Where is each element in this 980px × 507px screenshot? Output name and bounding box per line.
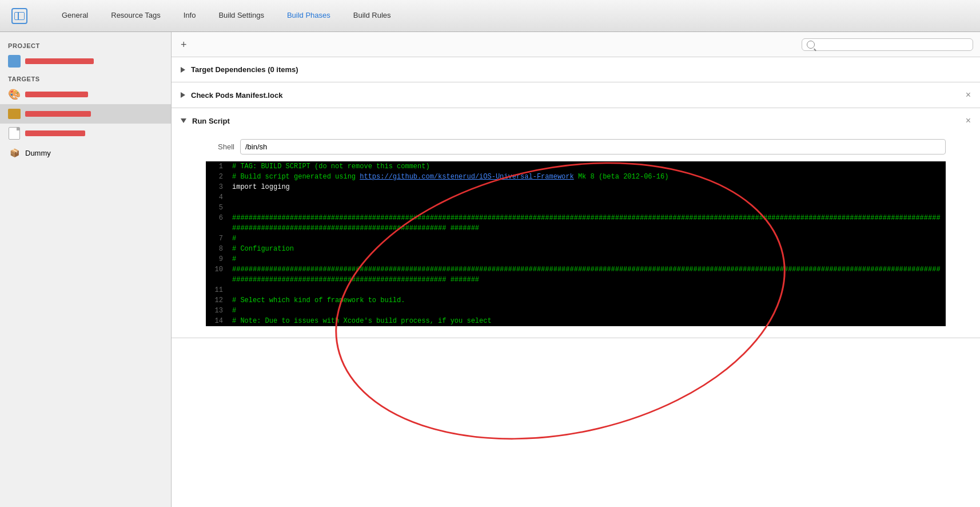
line-content-3: import logging — [229, 182, 946, 192]
line-num-12: 12 — [206, 295, 229, 306]
sidebar-item-target-dummy[interactable]: 📦 Dummy — [0, 143, 171, 163]
code-line-12: 12 # Select which kind of framework to b… — [206, 295, 946, 306]
main-layout: PROJECT TARGETS 🎨 — [0, 32, 980, 507]
phases-content: Target Dependencies (0 items) Check Pods… — [172, 57, 980, 507]
content-area: + Target Dependencies (0 items) — [172, 32, 980, 507]
code-line-4: 4 — [206, 192, 946, 203]
tab-info[interactable]: Info — [184, 9, 196, 23]
target-app-icon: 🎨 — [8, 88, 21, 101]
project-section-header: PROJECT — [0, 38, 171, 52]
line-num-7: 7 — [206, 233, 229, 244]
line-num-4: 4 — [206, 192, 229, 203]
line-num-14: 14 — [206, 316, 229, 326]
shell-label: Shell — [206, 142, 234, 151]
line-content-11 — [229, 285, 946, 295]
phase-run-script-header[interactable]: Run Script × — [172, 108, 980, 133]
tab-build-phases[interactable]: Build Phases — [287, 9, 330, 23]
phase-expand-icon — [181, 118, 186, 123]
line-num-3: 3 — [206, 182, 229, 192]
target-toolbox-icon — [8, 108, 21, 120]
target-file-icon — [8, 127, 21, 140]
phase-target-dependencies-title: Target Dependencies (0 items) — [191, 65, 298, 74]
sidebar-toggle-icon — [14, 12, 25, 20]
line-content-8: # Configuration — [229, 244, 946, 254]
line-content-5 — [229, 203, 946, 213]
tab-resource-tags[interactable]: Resource Tags — [111, 9, 160, 23]
line-num-1: 1 — [206, 161, 229, 172]
code-line-13: 13 # — [206, 306, 946, 316]
search-bar[interactable] — [802, 38, 973, 51]
line-num-6: 6 — [206, 213, 229, 233]
phase-target-dependencies-header[interactable]: Target Dependencies (0 items) — [172, 57, 980, 82]
line-content-2: # Build script generated using https://g… — [229, 172, 946, 182]
phases-wrapper: Target Dependencies (0 items) Check Pods… — [172, 57, 980, 507]
sidebar: PROJECT TARGETS 🎨 — [0, 32, 172, 507]
target-0-label-redacted — [25, 92, 88, 97]
content-toolbar: + — [172, 32, 980, 57]
sidebar-item-target-2[interactable] — [0, 124, 171, 143]
line-content-7: # — [229, 233, 946, 244]
line-num-5: 5 — [206, 203, 229, 213]
sidebar-item-target-0[interactable]: 🎨 — [0, 85, 171, 104]
phase-target-dependencies: Target Dependencies (0 items) — [172, 57, 980, 82]
phase-collapse-icon — [181, 67, 185, 73]
code-line-8: 8 # Configuration — [206, 244, 946, 254]
line-content-1: # TAG: BUILD SCRIPT (do not remove this … — [229, 161, 946, 172]
code-line-7: 7 # — [206, 233, 946, 244]
targets-section-header: TARGETS — [0, 71, 171, 85]
line-num-13: 13 — [206, 306, 229, 316]
project-label-redacted — [25, 58, 94, 64]
line-content-13: # — [229, 306, 946, 316]
line-num-8: 8 — [206, 244, 229, 254]
github-link[interactable]: https://github.com/kstenerud/iOS-Univers… — [360, 173, 573, 181]
line-content-10: ########################################… — [229, 264, 946, 285]
line-content-14: # Note: Due to issues with Xcode's build… — [229, 316, 946, 326]
phase-check-pods-title: Check Pods Manifest.lock — [191, 91, 282, 100]
tab-build-settings[interactable]: Build Settings — [218, 9, 264, 23]
code-line-11: 11 — [206, 285, 946, 295]
phase-check-pods: Check Pods Manifest.lock × — [172, 82, 980, 108]
code-editor[interactable]: 1 # TAG: BUILD SCRIPT (do not remove thi… — [206, 161, 946, 326]
line-content-6: ########################################… — [229, 213, 946, 233]
line-num-10: 10 — [206, 264, 229, 285]
tab-general[interactable]: General — [62, 9, 88, 23]
line-num-11: 11 — [206, 285, 229, 295]
target-1-label-redacted — [25, 111, 91, 117]
code-line-2: 2 # Build script generated using https:/… — [206, 172, 946, 182]
code-line-5: 5 — [206, 203, 946, 213]
code-line-3: 3 import logging — [206, 182, 946, 192]
phase-run-script: Run Script × Shell — [172, 108, 980, 338]
phase-run-script-close-button[interactable]: × — [966, 116, 971, 125]
run-script-content: Shell 1 # TAG: BUILD SCRIPT (do not remo… — [172, 133, 980, 338]
phase-collapse-icon-2 — [181, 92, 185, 98]
line-num-2: 2 — [206, 172, 229, 182]
sidebar-toggle-button[interactable] — [11, 8, 27, 24]
line-num-9: 9 — [206, 254, 229, 264]
code-line-1: 1 # TAG: BUILD SCRIPT (do not remove thi… — [206, 161, 946, 172]
tab-build-rules[interactable]: Build Rules — [353, 9, 391, 23]
target-2-label-redacted — [25, 130, 85, 136]
phase-check-pods-header[interactable]: Check Pods Manifest.lock × — [172, 82, 980, 108]
dummy-label: Dummy — [25, 149, 51, 157]
shell-row: Shell — [206, 139, 946, 155]
phase-run-script-title: Run Script — [192, 117, 230, 125]
line-content-4 — [229, 192, 946, 203]
add-phase-button[interactable]: + — [178, 39, 189, 50]
project-icon — [8, 55, 21, 68]
dummy-icon: 📦 — [8, 146, 21, 159]
line-content-9: # — [229, 254, 946, 264]
sidebar-item-target-1[interactable] — [0, 104, 171, 124]
sidebar-item-project[interactable] — [0, 52, 171, 71]
phase-check-pods-close-button[interactable]: × — [966, 90, 971, 100]
search-icon — [807, 41, 815, 49]
code-line-14: 14 # Note: Due to issues with Xcode's bu… — [206, 316, 946, 326]
line-content-12: # Select which kind of framework to buil… — [229, 295, 946, 306]
code-line-10: 10 #####################################… — [206, 264, 946, 285]
shell-input[interactable] — [240, 139, 946, 155]
code-table: 1 # TAG: BUILD SCRIPT (do not remove thi… — [206, 161, 946, 326]
code-line-9: 9 # — [206, 254, 946, 264]
tab-bar: General Resource Tags Info Build Setting… — [0, 0, 980, 32]
code-line-6: 6 ######################################… — [206, 213, 946, 233]
